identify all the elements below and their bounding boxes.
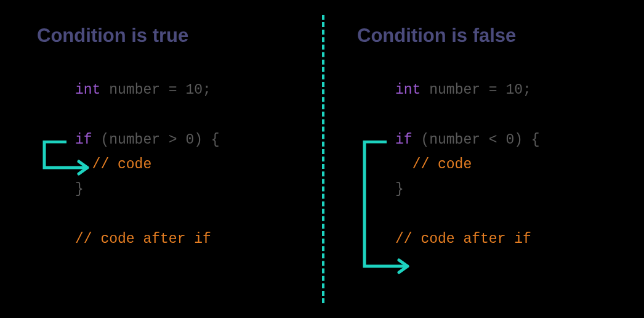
code-text: (number < 0) {	[413, 132, 540, 148]
keyword-int: int	[75, 82, 100, 98]
heading-true: Condition is true	[37, 25, 302, 47]
panel-condition-false: Condition is false int number = 10; if (…	[357, 25, 622, 251]
code-text: number = 10;	[100, 82, 211, 98]
code-text: }	[75, 181, 84, 197]
comment-after-if: // code after if	[75, 231, 211, 247]
code-block-true: int number = 10; if (number > 0) { // co…	[75, 78, 302, 251]
code-text: number = 10;	[421, 82, 531, 98]
keyword-int: int	[395, 82, 421, 98]
comment-after-if: // code after if	[395, 231, 531, 247]
vertical-divider	[322, 15, 324, 303]
panel-condition-true: Condition is true int number = 10; if (n…	[37, 25, 302, 251]
comment-code: // code	[413, 157, 472, 173]
code-text: }	[395, 181, 404, 197]
keyword-if: if	[75, 132, 92, 148]
comment-code: // code	[92, 157, 152, 173]
code-text: (number > 0) {	[92, 132, 220, 148]
keyword-if: if	[395, 132, 413, 148]
heading-false: Condition is false	[357, 25, 622, 47]
code-block-false: int number = 10; if (number < 0) { // co…	[395, 78, 622, 251]
